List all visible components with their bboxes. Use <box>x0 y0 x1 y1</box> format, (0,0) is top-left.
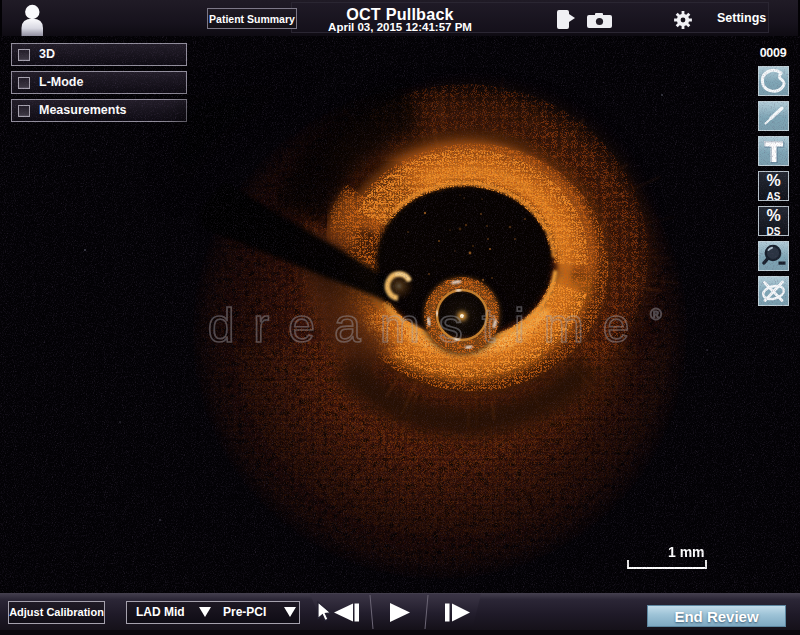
svg-text:®: ® <box>650 306 662 323</box>
svg-text:dreamstime: dreamstime <box>208 299 649 352</box>
svg-text:1 mm: 1 mm <box>668 544 705 560</box>
